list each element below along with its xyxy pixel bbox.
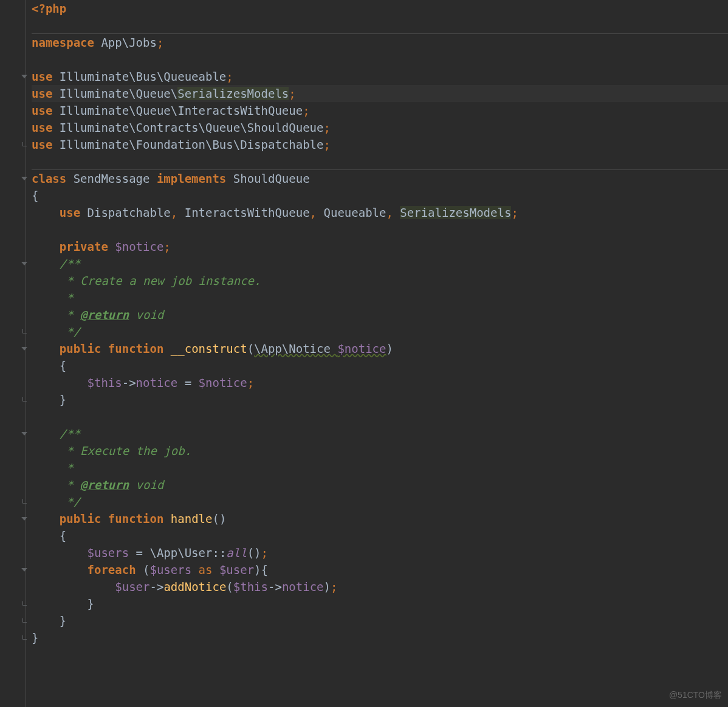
code-line: { xyxy=(32,527,728,544)
code-line: public function handle() xyxy=(32,510,728,527)
fold-open-icon[interactable] xyxy=(21,73,28,80)
code-line: $this->notice = $notice; xyxy=(32,374,728,391)
code-line xyxy=(32,221,728,238)
code-editor[interactable]: <?php namespace App\Jobs; use Illuminate… xyxy=(0,0,728,707)
gutter xyxy=(0,0,29,707)
code-line: <?php xyxy=(32,0,728,17)
code-line xyxy=(32,153,728,170)
fold-close-icon[interactable] xyxy=(21,328,28,335)
code-line xyxy=(32,17,728,34)
fold-close-icon[interactable] xyxy=(21,396,28,403)
fold-close-icon[interactable] xyxy=(21,600,28,607)
code-line: use Illuminate\Queue\InteractsWithQueue; xyxy=(32,102,728,119)
code-line: { xyxy=(32,357,728,374)
code-line: /** xyxy=(32,255,728,272)
fold-open-icon[interactable] xyxy=(21,430,28,437)
fold-close-icon[interactable] xyxy=(21,617,28,624)
code-line: * xyxy=(32,289,728,306)
code-line: use Illuminate\Bus\Queueable; xyxy=(32,68,728,85)
code-line: use Dispatchable, InteractsWithQueue, Qu… xyxy=(32,204,728,221)
fold-open-icon[interactable] xyxy=(21,515,28,522)
code-line: public function __construct(\App\Notice … xyxy=(32,340,728,357)
fold-close-icon[interactable] xyxy=(21,141,28,148)
code-area[interactable]: <?php namespace App\Jobs; use Illuminate… xyxy=(29,0,728,707)
code-line: } xyxy=(32,629,728,646)
fold-open-icon[interactable] xyxy=(21,175,28,182)
code-line: */ xyxy=(32,493,728,510)
watermark: @51CTO博客 xyxy=(669,686,722,703)
code-line: foreach ($users as $user){ xyxy=(32,561,728,578)
fold-open-icon[interactable] xyxy=(21,566,28,573)
code-line: $user->addNotice($this->notice); xyxy=(32,578,728,595)
code-line: } xyxy=(32,612,728,629)
code-line: use Illuminate\Contracts\Queue\ShouldQue… xyxy=(32,119,728,136)
code-line xyxy=(32,51,728,68)
code-line: * Execute the job. xyxy=(32,442,728,459)
fold-open-icon[interactable] xyxy=(21,260,28,267)
code-line: /** xyxy=(32,425,728,442)
code-line: * xyxy=(32,459,728,476)
code-line: private $notice; xyxy=(32,238,728,255)
code-line: namespace App\Jobs; xyxy=(32,34,728,51)
code-line: */ xyxy=(32,323,728,340)
code-line: { xyxy=(32,187,728,204)
code-line: } xyxy=(32,391,728,408)
code-line: } xyxy=(32,595,728,612)
code-line: class SendMessage implements ShouldQueue xyxy=(32,170,728,187)
code-line xyxy=(32,408,728,425)
code-line: use Illuminate\Foundation\Bus\Dispatchab… xyxy=(32,136,728,153)
code-line: * @return void xyxy=(32,476,728,493)
fold-close-icon[interactable] xyxy=(21,634,28,641)
fold-close-icon[interactable] xyxy=(21,498,28,505)
code-line: $users = \App\User::all(); xyxy=(32,544,728,561)
fold-open-icon[interactable] xyxy=(21,345,28,352)
code-line: * @return void xyxy=(32,306,728,323)
code-line: * Create a new job instance. xyxy=(32,272,728,289)
code-line-highlighted: use Illuminate\Queue\SerializesModels; xyxy=(32,85,728,102)
